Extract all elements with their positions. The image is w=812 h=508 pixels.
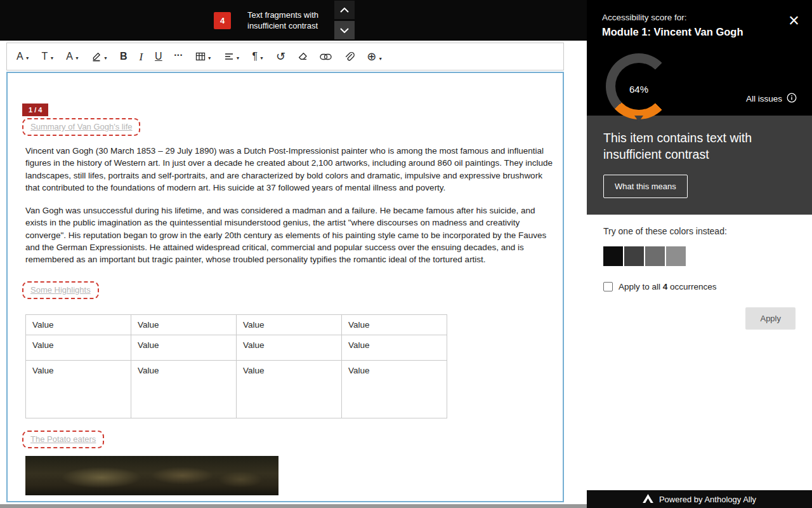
anthology-logo [643,494,653,505]
font-size-button[interactable]: A▼ [65,50,80,63]
ally-footer: Powered by Anthology Ally [587,490,812,508]
insert-table-button[interactable]: ▼ [195,50,213,63]
editor-content-area[interactable]: 1 / 4 Summary of Van Gogh's life Vincent… [6,72,564,502]
insert-link-button[interactable] [319,52,332,62]
score-value: 64% [606,53,672,119]
window-bottom-edge [0,504,587,508]
color-suggestion-label: Try one of these colors instead: [603,226,796,236]
table-cell[interactable]: Value [342,314,447,335]
underline-button[interactable]: U [154,50,163,63]
apply-all-checkbox[interactable] [603,282,613,291]
align-left-icon [224,51,234,62]
chevron-down-icon: ▼ [259,56,264,62]
editor-toolbar: A▼ T▼ A▼ ▼ B I U ••• ▼ ▼ ¶▼ [6,43,564,70]
table-cell[interactable]: Value [131,360,237,418]
table-cell[interactable]: Value [237,335,342,360]
table-cell[interactable]: Value [26,314,131,335]
body-paragraph: Van Gogh was unsuccessful during his lif… [25,204,556,265]
color-swatches [603,246,796,266]
eraser-icon [298,51,308,62]
gauge-pointer-icon [634,116,643,122]
chevron-down-icon: ▼ [25,56,30,62]
previous-issue-button[interactable] [334,1,355,19]
table-row: Value Value Value Value [26,314,447,335]
all-issues-link[interactable]: All issues [746,93,797,105]
issue-position-badge: 1 / 4 [22,104,48,116]
color-swatch-4[interactable] [666,246,686,266]
info-icon [787,93,797,105]
table-cell[interactable]: Value [237,314,342,335]
table-row: Value Value Value Value [26,360,447,418]
highlighted-heading-summary[interactable]: Summary of Van Gogh's life [22,118,140,136]
table-cell[interactable]: Value [342,335,447,360]
undo-button[interactable]: ↺ [275,50,286,64]
table-cell[interactable]: Value [342,360,447,418]
bold-button[interactable]: B [119,50,128,63]
issue-description: This item contains text with insufficien… [603,130,794,163]
paragraph-format-button[interactable]: ¶▼ [252,50,265,63]
table-row: Value Value Value Value [26,335,447,360]
issue-message: Text fragments with insufficient contras… [247,10,327,31]
chevron-down-icon: ▼ [103,56,108,62]
link-icon [320,53,332,60]
italic-button[interactable]: I [138,50,143,64]
panel-header: Accessibility score for: Module 1: Vince… [587,0,812,116]
more-formatting-button[interactable]: ••• [174,51,184,62]
table-cell[interactable]: Value [237,360,342,418]
highlight-color-button[interactable]: ▼ [91,50,108,63]
potato-eaters-image [25,456,278,495]
table-cell[interactable]: Value [26,335,131,360]
chevron-down-icon: ▼ [378,57,383,62]
next-issue-button[interactable] [334,21,355,39]
paperclip-icon [344,51,355,62]
panel-body: Try one of these colors instead: Apply t… [587,215,812,341]
issue-navigation [334,1,355,39]
chevron-down-icon: ▼ [75,56,79,62]
color-swatch-1[interactable] [603,246,623,266]
chevron-down-icon [340,25,349,35]
highlight-pen-icon [91,51,102,62]
text-color-button[interactable]: A▼ [16,50,30,63]
color-swatch-2[interactable] [624,246,644,266]
highlighted-heading-highlights[interactable]: Some Highlights [22,281,99,299]
color-swatch-3[interactable] [645,246,665,266]
clear-formatting-button[interactable] [297,50,308,63]
apply-button[interactable]: Apply [745,307,796,330]
chevron-up-icon [340,5,349,15]
close-button[interactable]: × [789,11,799,30]
screen: 4 Text fragments with insufficient contr… [0,0,812,508]
chevron-down-icon: ▼ [236,56,240,62]
contrast-issues-topbar: 4 Text fragments with insufficient contr… [0,0,587,41]
issue-detail-section: This item contains text with insufficien… [587,116,812,215]
issue-count-badge: 4 [214,12,231,29]
apply-all-label: Apply to all 4 occurrences [619,282,717,291]
table-cell[interactable]: Value [131,335,237,360]
ally-accessibility-panel: Accessibility score for: Module 1: Vince… [587,0,812,508]
align-button[interactable]: ▼ [223,50,241,63]
highlighted-heading-potato-eaters[interactable]: The Potato eaters [22,431,104,448]
score-for-label: Accessibility score for: [602,13,797,22]
apply-all-row[interactable]: Apply to all 4 occurrences [603,282,796,291]
module-title: Module 1: Vincent Van Gogh [602,26,797,38]
footer-text: Powered by Anthology Ally [659,495,756,504]
attach-file-button[interactable] [343,50,355,63]
table-icon [195,51,206,62]
table-cell[interactable]: Value [26,360,131,418]
content-table: Value Value Value Value Value Value Valu… [25,314,447,418]
what-this-means-button[interactable]: What this means [603,175,688,198]
insert-content-button[interactable]: ⊕▼ [366,50,383,64]
table-cell[interactable]: Value [131,314,237,335]
text-style-button[interactable]: T▼ [41,50,55,63]
accessibility-score-gauge: 64% [606,53,672,119]
chevron-down-icon: ▼ [49,56,54,62]
chevron-down-icon: ▼ [207,56,212,62]
body-paragraph: Vincent van Gogh (30 March 1853 – 29 Jul… [25,145,556,194]
rich-text-editor: A▼ T▼ A▼ ▼ B I U ••• ▼ ▼ ¶▼ [6,43,564,502]
